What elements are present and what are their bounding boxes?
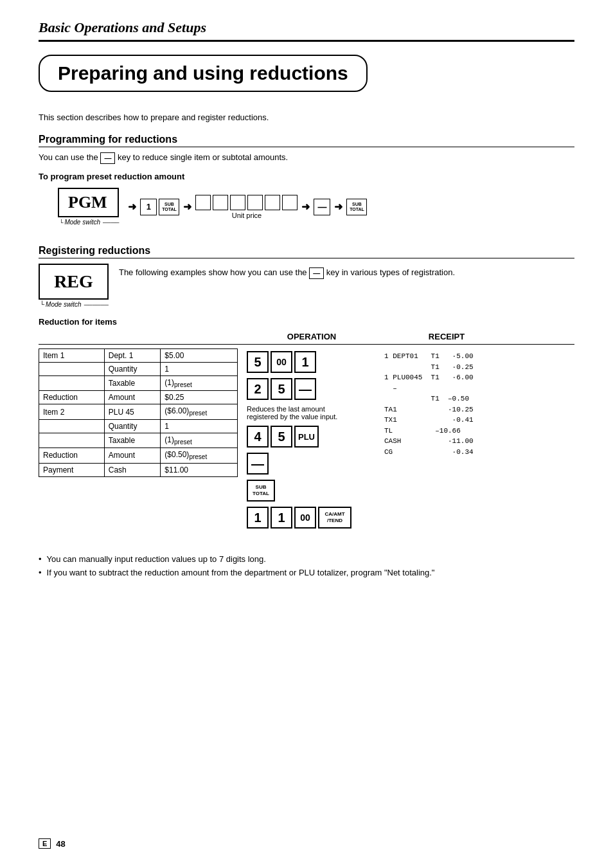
plu-key: PLU bbox=[294, 426, 319, 448]
reduction-items-section: Reduction for items OPERATION RECEIPT It… bbox=[39, 317, 574, 529]
table-cell bbox=[39, 376, 105, 391]
unit-price-box-4 bbox=[247, 195, 263, 210]
reg-mode-switch-label: Mode switch bbox=[46, 301, 82, 308]
registering-heading: Registering reductions bbox=[39, 245, 574, 258]
key-1: 1 bbox=[140, 199, 157, 215]
reduction-items-heading: Reduction for items bbox=[39, 317, 574, 327]
table-row: Quantity 1 bbox=[39, 419, 238, 433]
table-cell: Cash bbox=[104, 463, 161, 476]
key-00-ca: 00 bbox=[294, 507, 316, 529]
note-1-text: You can manually input reduction values … bbox=[47, 554, 266, 564]
arrow1: ➜ bbox=[128, 201, 136, 213]
unit-price-box-3 bbox=[230, 195, 245, 210]
table-cell: Dept. 1 bbox=[104, 349, 161, 363]
operation-area: 5 00 1 2 5 — Reduces the last amount reg… bbox=[247, 348, 375, 529]
unit-price-box-5 bbox=[265, 195, 280, 210]
minus-key-op2: — bbox=[247, 453, 269, 475]
table-cell: Item 1 bbox=[39, 349, 105, 363]
unit-price-group: Unit price bbox=[195, 195, 298, 219]
reg-mode-switch-icon: └ bbox=[40, 301, 44, 308]
arrow2: ➜ bbox=[183, 201, 191, 213]
table-cell: (1)preset bbox=[161, 376, 238, 391]
table-cell: $5.00 bbox=[161, 349, 238, 363]
table-row: Taxable (1)preset bbox=[39, 433, 238, 448]
footer-letter: E bbox=[39, 838, 51, 849]
bullet-1: • bbox=[39, 554, 42, 564]
key-5-third: 5 bbox=[271, 426, 292, 448]
op-row-2: 2 5 — bbox=[247, 378, 316, 400]
key-1-op: 1 bbox=[294, 351, 316, 373]
op-row-1: 5 00 1 bbox=[247, 351, 316, 373]
op-row-6: 1 1 00 CA/AMT /TEND bbox=[247, 507, 351, 529]
table-row: Quantity 1 bbox=[39, 363, 238, 376]
registering-section: Registering reductions REG └ Mode switch… bbox=[39, 245, 574, 308]
reg-block: REG bbox=[39, 264, 109, 300]
key-4: 4 bbox=[247, 426, 269, 448]
reg-content: REG └ Mode switch ────── The following e… bbox=[39, 264, 574, 308]
receipt-content: 1 DEPT01 T1 ·5.00 T1 ·0.25 1 PLU0045 T1 … bbox=[384, 351, 500, 457]
footer-page: 48 bbox=[56, 839, 65, 849]
table-cell: Reduction bbox=[39, 391, 105, 404]
pgm-mode-switch-label: Mode switch bbox=[64, 219, 100, 226]
key-00: 00 bbox=[271, 351, 292, 373]
table-cell bbox=[39, 419, 105, 433]
table-cell: (1)preset bbox=[161, 433, 238, 448]
table-cell: PLU 45 bbox=[104, 404, 161, 419]
programming-section: Programming for reductions You can use t… bbox=[39, 134, 574, 226]
note-2: • If you want to subtract the reduction … bbox=[39, 568, 574, 577]
page-title: Preparing and using reductions bbox=[58, 62, 348, 84]
table-cell: Amount bbox=[104, 391, 161, 404]
table-cell: 1 bbox=[161, 363, 238, 376]
page-footer: E 48 bbox=[39, 838, 66, 849]
receipt-area: 1 DEPT01 T1 ·5.00 T1 ·0.25 1 PLU0045 T1 … bbox=[384, 348, 500, 457]
table-row: Taxable (1)preset bbox=[39, 376, 238, 391]
op-row-4: — bbox=[247, 453, 269, 475]
unit-price-label: Unit price bbox=[232, 212, 262, 219]
page-header: Basic Operations and Setups bbox=[39, 19, 574, 42]
table-cell: 1 bbox=[161, 419, 238, 433]
note-2-text: If you want to subtract the reduction am… bbox=[47, 568, 435, 577]
prog-text-after: key to reduce single item or subtotal am… bbox=[118, 152, 288, 162]
table-row: Reduction Amount ($0.50)preset bbox=[39, 448, 238, 463]
table-cell bbox=[39, 433, 105, 448]
table-cell: Quantity bbox=[104, 419, 161, 433]
bullet-2: • bbox=[39, 568, 42, 577]
minus-inline-key: — bbox=[100, 152, 115, 164]
notes-section: • You can manually input reduction value… bbox=[39, 554, 574, 577]
table-row: Item 2 PLU 45 ($6.00)preset bbox=[39, 404, 238, 419]
table-row: Item 1 Dept. 1 $5.00 bbox=[39, 349, 238, 363]
reg-description: The following examples show how you can … bbox=[119, 264, 455, 279]
unit-price-box-2 bbox=[213, 195, 228, 210]
minus-inline-key-reg: — bbox=[309, 267, 324, 279]
sub-total-key-final: SUB TOTAL bbox=[346, 199, 367, 215]
table-cell: ($6.00)preset bbox=[161, 404, 238, 419]
operation-label: OPERATION bbox=[241, 332, 382, 341]
chapter-title: Basic Operations and Setups bbox=[39, 19, 574, 36]
table-cell: Quantity bbox=[104, 363, 161, 376]
op-note-1: Reduces the last amount registered by th… bbox=[247, 405, 337, 420]
table-cell: Payment bbox=[39, 463, 105, 476]
table-cell: $11.00 bbox=[161, 463, 238, 476]
op-row-5: SUB TOTAL bbox=[247, 480, 275, 502]
unit-price-box-1 bbox=[195, 195, 211, 210]
table-cell: Taxable bbox=[104, 376, 161, 391]
arrow4: ➜ bbox=[334, 201, 342, 213]
note-1: • You can manually input reduction value… bbox=[39, 554, 574, 564]
items-table: Item 1 Dept. 1 $5.00 Quantity 1 Taxable … bbox=[39, 348, 238, 477]
minus-key-op1: — bbox=[294, 378, 316, 400]
programming-text: You can use the — key to reduce single i… bbox=[39, 152, 574, 164]
unit-price-box-6 bbox=[282, 195, 298, 210]
table-cell: Taxable bbox=[104, 433, 161, 448]
pgm-mode-switch-icon: └ bbox=[59, 219, 63, 226]
prog-text-before: You can use the bbox=[39, 152, 98, 162]
pgm-block: PGM bbox=[58, 188, 119, 217]
key-1-ca1: 1 bbox=[247, 507, 269, 529]
table-cell: Item 2 bbox=[39, 404, 105, 419]
pgm-diagram: PGM └ Mode switch ──── ➜ 1 SUB TOTAL bbox=[58, 188, 574, 226]
programming-heading: Programming for reductions bbox=[39, 134, 574, 147]
table-cell: ($0.50)preset bbox=[161, 448, 238, 463]
ca-amt-tend-key: CA/AMT /TEND bbox=[318, 507, 351, 529]
key-5-second: 5 bbox=[271, 378, 292, 400]
page-title-box: Preparing and using reductions bbox=[39, 55, 368, 92]
table-cell: Amount bbox=[104, 448, 161, 463]
